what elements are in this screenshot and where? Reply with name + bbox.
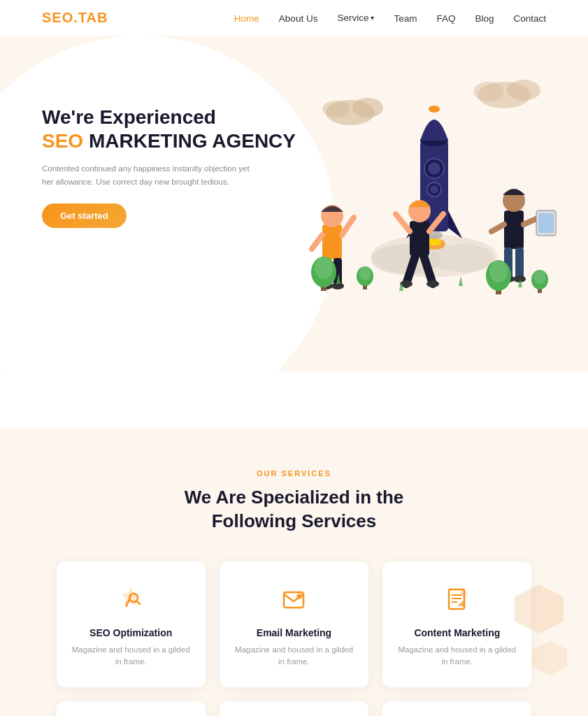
service-card-email: Email Marketing Magazine and housed in a…: [220, 561, 368, 688]
chevron-down-icon: ▾: [371, 14, 374, 22]
services-section-title: We Are Specialized in the Following Serv…: [42, 486, 546, 534]
svg-point-13: [429, 106, 440, 113]
svg-point-50: [359, 266, 371, 280]
services-section: OUR SERVICES We Are Specialized in the F…: [0, 427, 588, 716]
svg-point-56: [533, 270, 546, 284]
service-card-content: Content Marketing Magazine and housed in…: [382, 561, 531, 688]
svg-point-4: [507, 80, 540, 101]
svg-point-2: [322, 101, 350, 117]
svg-line-40: [492, 224, 504, 231]
services-title-line2: Following Services: [212, 510, 377, 531]
svg-point-17: [430, 185, 438, 194]
nav-item-contact[interactable]: Contact: [513, 13, 546, 24]
hero-seo-highlight: SEO: [42, 130, 83, 152]
svg-point-47: [315, 257, 333, 279]
nav-service-label: Service: [337, 13, 368, 23]
service-desc-content: Magazine and housed in a gilded in frame…: [396, 644, 517, 668]
logo[interactable]: SEO.TAB: [42, 10, 108, 26]
svg-point-61: [297, 594, 301, 599]
svg-line-22: [312, 235, 322, 249]
svg-line-58: [137, 601, 141, 604]
service-name-seo: SEO Optimization: [71, 627, 192, 638]
nav-item-faq[interactable]: FAQ: [436, 13, 455, 24]
svg-point-44: [513, 275, 526, 282]
svg-rect-42: [515, 248, 524, 279]
svg-point-1: [352, 98, 383, 117]
spacer: [0, 371, 588, 427]
service-name-email: Email Marketing: [234, 627, 354, 638]
content-marketing-icon: [396, 587, 517, 617]
svg-rect-35: [504, 210, 524, 249]
hero-description: Contented continued any happiness instan…: [42, 162, 252, 188]
svg-line-21: [342, 217, 354, 235]
nav-item-about[interactable]: About Us: [279, 13, 318, 24]
hero-title-line1: We're Experienced: [42, 106, 308, 129]
service-desc-seo: Magazine and housed in a gilded in frame…: [71, 644, 192, 668]
service-name-content: Content Marketing: [396, 627, 517, 638]
hero-title-line2: SEO MARKETING AGENCY: [42, 129, 308, 153]
main-nav: Home About Us Service ▾ Team FAQ Blog Co…: [234, 12, 546, 24]
hero-section: We're Experienced SEO MARKETING AGENCY C…: [0, 36, 588, 371]
svg-point-66: [461, 591, 466, 596]
service-card-seo: SEO Optimization Magazine and housed in …: [57, 561, 206, 688]
nav-item-home[interactable]: Home: [234, 13, 259, 24]
header: SEO.TAB Home About Us Service ▾ Team FAQ…: [0, 0, 588, 36]
hero-illustration: [280, 57, 560, 322]
nav-item-blog[interactable]: Blog: [475, 13, 494, 24]
logo-text-seo: SEO: [42, 10, 73, 25]
service-desc-email: Magazine and housed in a gilded in frame…: [234, 644, 354, 668]
hero-title-rest: MARKETING AGENCY: [83, 130, 296, 152]
svg-rect-27: [410, 221, 429, 256]
svg-point-5: [473, 82, 504, 101]
svg-rect-39: [538, 213, 554, 233]
service-card-reporting: Reporting & Analysis Magazine and housed…: [220, 701, 368, 716]
logo-text-tab: TAB: [78, 10, 108, 25]
service-card-social: Social Marketing Magazine and housed in …: [57, 701, 206, 716]
services-section-label: OUR SERVICES: [42, 469, 546, 478]
svg-line-29: [396, 214, 410, 231]
services-grid: SEO Optimization Magazine and housed in …: [57, 561, 532, 716]
hex-decorations: [511, 581, 567, 679]
services-title-line1: We Are Specialized in the: [185, 487, 404, 508]
svg-point-15: [428, 162, 440, 175]
nav-item-service[interactable]: Service ▾: [337, 13, 374, 23]
seo-optimization-icon: [71, 587, 192, 617]
svg-point-34: [426, 280, 439, 287]
nav-item-team[interactable]: Team: [394, 13, 417, 24]
get-started-button[interactable]: Get started: [42, 203, 127, 228]
hero-content: We're Experienced SEO MARKETING AGENCY C…: [42, 78, 308, 228]
svg-rect-19: [322, 224, 342, 259]
service-card-competitor: Competitor Research Magazine and housed …: [382, 701, 531, 716]
svg-point-53: [489, 260, 508, 282]
email-marketing-icon: [234, 587, 354, 617]
